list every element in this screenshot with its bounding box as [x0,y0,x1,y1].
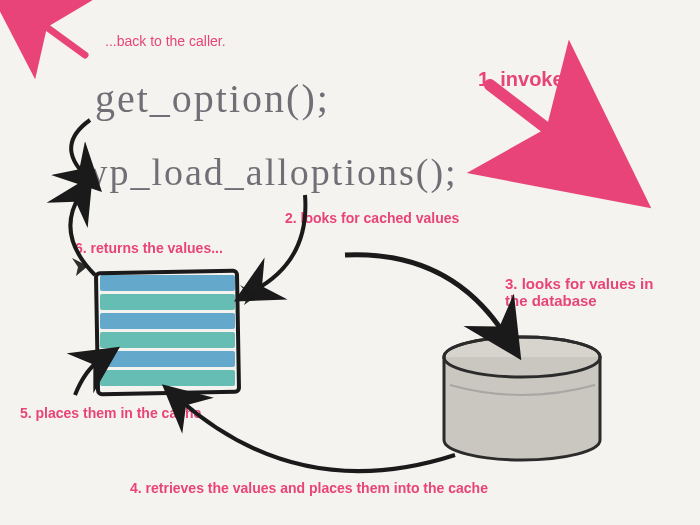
arrow-step-4 [180,400,455,471]
arrow-step-3 [345,255,505,335]
cache-icon [100,275,235,390]
arrow-step-6 [70,195,95,275]
code-wp-load-alloptions: wp_load_alloptions(); [80,150,458,194]
code-get-option: get_option(); [95,75,330,122]
arrow-step-1 [490,85,575,150]
label-step-4: 4. retrieves the values and places them … [130,480,488,496]
database-icon [440,335,605,465]
arrow-step-5 [75,360,100,395]
arrow-back-to-caller [30,15,85,55]
label-step-1: 1. invokes [478,68,575,91]
label-back-to-caller: ...back to the caller. [105,33,226,49]
label-step-2: 2. looks for cached values [285,210,459,226]
label-step-6: 6. returns the values... [75,240,223,256]
label-step-5: 5. places them in the cache [20,405,201,421]
label-step-3: 3. looks for values in the database [505,275,675,309]
